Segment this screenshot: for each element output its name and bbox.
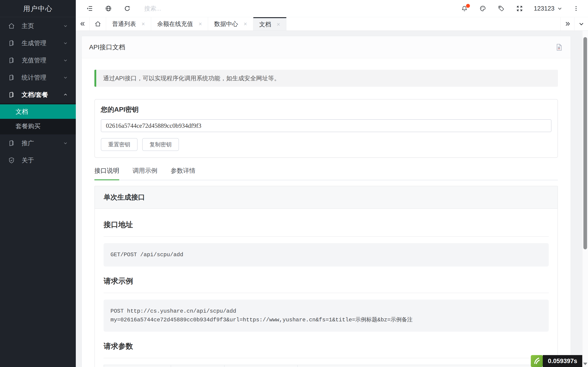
topbar: 123123 xyxy=(76,0,588,17)
card-header: API接口文档 xyxy=(82,36,571,58)
api-key-section: 您的API密钥 重置密钥 复制密钥 xyxy=(95,99,558,158)
globe-icon[interactable] xyxy=(103,3,113,14)
address-heading: 接口地址 xyxy=(104,220,549,237)
tab-api-description[interactable]: 接口说明 xyxy=(95,167,119,180)
vertical-scrollbar[interactable] xyxy=(582,31,588,367)
tabs-scroll-right-button[interactable] xyxy=(561,17,574,31)
tab-param-details[interactable]: 参数详情 xyxy=(171,167,195,180)
reset-key-button[interactable]: 重置密钥 xyxy=(101,138,138,151)
home-icon xyxy=(95,20,101,27)
panel-title: 单次生成接口 xyxy=(95,186,557,209)
bell-icon[interactable] xyxy=(459,3,469,14)
sidebar-item-promotion[interactable]: 推广 xyxy=(0,134,76,152)
sidebar-subitem-docs[interactable]: 文档 xyxy=(0,104,76,119)
sidebar-item-about[interactable]: 关于 xyxy=(0,152,76,169)
username: 123123 xyxy=(534,5,554,12)
single-generate-panel: 单次生成接口 接口地址 GET/POST /api/scpu/add 请求示例 … xyxy=(95,186,558,367)
palette-icon[interactable] xyxy=(478,3,488,14)
tab-home[interactable] xyxy=(90,17,106,31)
tabs-scroll-left-button[interactable] xyxy=(76,17,90,31)
api-doc-card: API接口文档 通过API接口，可以实现程序化调用系统功能，如生成安全网址等。 … xyxy=(82,36,571,367)
user-menu[interactable]: 123123 xyxy=(534,5,563,12)
sidebar-item-recharge[interactable]: 充值管理 xyxy=(0,52,76,69)
table-header-row: 参数名 类型 必填 说明 xyxy=(104,365,548,367)
close-icon[interactable]: × xyxy=(277,21,280,27)
chevron-down-icon xyxy=(63,23,68,28)
card-body: 通过API接口，可以实现程序化调用系统功能，如生成安全网址等。 您的API密钥 … xyxy=(82,58,571,367)
panel-body: 接口地址 GET/POST /api/scpu/add 请求示例 POST ht… xyxy=(95,209,557,367)
scrollbar-down-arrow[interactable] xyxy=(583,363,587,365)
notification-dot xyxy=(466,4,470,8)
book-icon xyxy=(8,91,15,98)
chevron-down-icon xyxy=(578,20,585,27)
close-icon[interactable]: × xyxy=(199,21,202,27)
content-area: API接口文档 通过API接口，可以实现程序化调用系统功能，如生成安全网址等。 … xyxy=(76,31,588,367)
example-code-block: POST http://cs.yushare.cn/api/scpu/add m… xyxy=(104,300,549,332)
api-key-title: 您的API密钥 xyxy=(101,105,552,114)
sidebar-submenu: 文档 套餐购买 xyxy=(0,103,76,134)
example-heading: 请求示例 xyxy=(104,276,549,293)
document-icon[interactable] xyxy=(554,43,563,52)
search-input[interactable] xyxy=(144,5,287,12)
menu-fold-icon[interactable] xyxy=(85,3,95,14)
home-icon xyxy=(8,22,15,30)
sidebar-item-home[interactable]: 主页 xyxy=(0,17,76,34)
scrollbar-thumb[interactable] xyxy=(583,37,587,249)
sidebar: 用户中心 主页 生成管理 充值管理 统计管理 文档/套餐 xyxy=(0,0,76,367)
refresh-icon[interactable] xyxy=(122,3,132,14)
copy-key-button[interactable]: 复制密钥 xyxy=(142,138,179,151)
sidebar-item-docs-package[interactable]: 文档/套餐 xyxy=(0,86,76,103)
tab-normal-list[interactable]: 普通列表 × xyxy=(106,17,151,31)
chevron-down-icon xyxy=(63,75,68,80)
shield-check-icon xyxy=(8,157,15,164)
address-code-block: GET/POST /api/scpu/add xyxy=(104,243,549,267)
tab-data-center[interactable]: 数据中心 × xyxy=(208,17,253,31)
api-key-input[interactable] xyxy=(101,119,552,132)
main-area: 123123 普通列表 × 余额在线充值 × 数据中心 × 文档 xyxy=(76,0,588,367)
tabs-menu-button[interactable] xyxy=(574,17,588,31)
thinkphp-logo-icon[interactable] xyxy=(531,355,543,367)
params-table: 参数名 类型 必填 说明 my string 是 xyxy=(104,365,549,367)
doc-tabs: 接口说明 调用示例 参数详情 xyxy=(95,167,558,180)
sidebar-item-stats[interactable]: 统计管理 xyxy=(0,69,76,86)
params-heading: 请求参数 xyxy=(104,341,549,358)
trace-time: 0.059397s xyxy=(543,355,582,367)
kebab-icon[interactable] xyxy=(571,3,581,14)
page-title: API接口文档 xyxy=(89,43,125,52)
chevron-up-icon xyxy=(63,92,68,97)
tag-icon[interactable] xyxy=(496,3,506,14)
tabbar: 普通列表 × 余额在线充值 × 数据中心 × 文档 × xyxy=(76,17,588,31)
tab-call-example[interactable]: 调用示例 xyxy=(132,167,157,180)
api-key-buttons: 重置密钥 复制密钥 xyxy=(101,138,552,151)
chevron-down-icon xyxy=(63,141,68,146)
book-icon xyxy=(8,40,15,47)
close-icon[interactable]: × xyxy=(243,21,247,27)
book-icon xyxy=(8,57,15,64)
close-icon[interactable]: × xyxy=(141,21,145,27)
sidebar-item-generate[interactable]: 生成管理 xyxy=(0,34,76,52)
info-alert: 通过API接口，可以实现程序化调用系统功能，如生成安全网址等。 xyxy=(95,70,558,87)
book-icon xyxy=(8,74,15,81)
fullscreen-icon[interactable] xyxy=(515,3,525,14)
chevron-down-icon xyxy=(63,58,68,63)
topbar-actions: 123123 xyxy=(451,3,581,14)
trace-badge[interactable]: 0.059397s xyxy=(531,355,582,367)
tab-docs[interactable]: 文档 × xyxy=(253,17,286,31)
sidebar-subitem-package[interactable]: 套餐购买 xyxy=(0,119,76,133)
chevron-down-icon xyxy=(63,41,68,46)
book-icon xyxy=(8,140,15,147)
chevron-down-icon xyxy=(557,6,563,11)
tab-balance-recharge[interactable]: 余额在线充值 × xyxy=(151,17,208,31)
app-title: 用户中心 xyxy=(0,0,76,17)
